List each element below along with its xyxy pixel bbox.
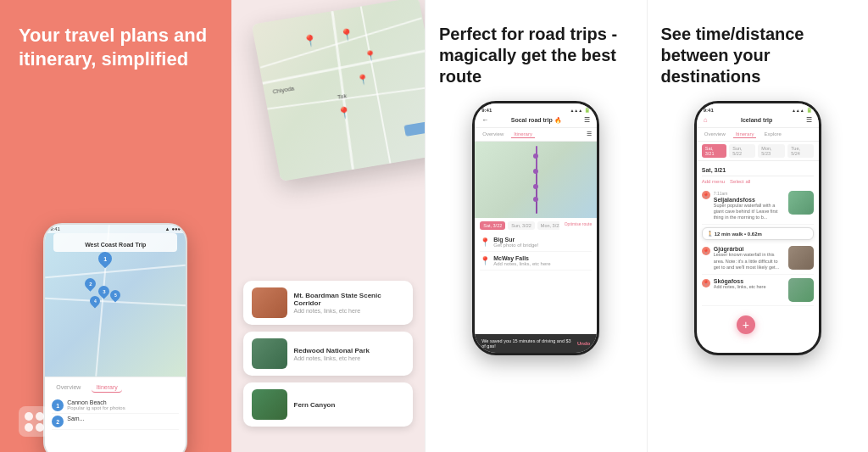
place-card-1[interactable]: Redwood National Park Add notes, links, … [243,332,414,376]
itinerary-pin-1: 📍 [702,247,710,255]
phone4-time: 9:41 [704,108,714,113]
place-card-2[interactable]: Fern Canyon [243,382,414,427]
itinerary-desc-1: Lesser known waterfall in this area. Not… [714,252,785,270]
route-item-bigsur[interactable]: 📍 Big Sur Get photo of bridge! [480,233,592,252]
phone-mockup-3: 9:41 ▲▲▲ 🔋 ← Socal road trip 🔥 ☰ Overvie… [472,101,599,355]
status-bar-4: 9:41 ▲▲▲ 🔋 [697,103,819,113]
phone4-tabs: Overview Itinerary Explore [697,128,819,142]
date-header-4[interactable]: Sat, 3/21 [702,144,727,158]
itinerary-name-1: Gjúgrárbúi [714,246,785,252]
itinerary-section: Sat, 3/21 Add menu Select all 📍 7:11am [697,161,819,329]
date-1[interactable]: Sun, 3/22 [508,221,535,230]
phone3-time: 9:41 [481,108,492,113]
panel-road-trips: Perfect for road trips - magically get t… [425,0,647,452]
phone-mockup-1: 1 2 3 4 [43,223,187,452]
undo-bar: We saved you 15 minutes of driving and $… [475,334,597,353]
panel4-headline: See time/distance between your destinati… [661,24,855,87]
tab3-itinerary[interactable]: Itinerary [511,131,535,138]
undo-button[interactable]: Undo [577,341,590,346]
place-thumb-1 [788,246,814,270]
walk-icon: 🚶 [707,231,713,237]
distance-badge: 🚶 12 min walk • 0.62m [702,227,814,240]
trip-name-1: West Coast Road Trip [85,242,146,248]
map-label-chiyoda: Chiyoda [272,86,295,95]
card-thumb-0 [252,287,287,318]
trip-name-3: Socal road trip 🔥 [511,117,562,124]
card-title-2: Fern Canyon [294,401,405,409]
card-thumb-1 [252,338,287,369]
place-thumb-0 [788,191,814,215]
itinerary-item-0[interactable]: 📍 7:11am Seljalandsfoss Super popular wa… [702,187,814,225]
tab3-overview[interactable]: Overview [480,131,506,138]
route-name-2: McWay Falls [493,255,592,261]
itinerary-pin-2: 📍 [702,279,710,287]
date-active[interactable]: Sat, 3/22 [480,221,505,230]
card-sub-1: Add notes, links, etc here [294,355,405,361]
phone-mockup-4: 9:41 ▲▲▲ 🔋 ⌂ Iceland trip ☰ Overview Iti… [694,101,821,355]
tab4-overview[interactable]: Overview [702,131,728,138]
itinerary-name-2: Skógafoss [714,278,785,284]
place-card-0[interactable]: Mt. Boardman State Scenic Corridor Add n… [243,281,414,325]
route-item-mcway[interactable]: 📍 McWay Falls Add notes, links, etc here [480,252,592,271]
itinerary-pin-0: 📍 [702,191,710,199]
tab4-itinerary[interactable]: Itinerary [733,131,757,138]
route-name-1: Big Sur [493,237,592,243]
undo-text: We saved you 15 minutes of driving and $… [481,338,572,349]
itinerary-desc-0: Super popular waterfall with a giant cav… [714,203,785,220]
panel1-headline: Your travel plans and itinerary, simplif… [19,24,213,70]
phone-time: 9:41 [50,226,60,232]
add-place-button[interactable]: + [737,315,755,334]
itinerary-name-0: Seljalandsfoss [714,197,785,203]
panel3-headline: Perfect for road trips - magically get t… [439,24,633,87]
map-tilt: Chiyoda Tok 📍 📍 📍 📍 📍 [251,0,425,181]
status-bar-3: 9:41 ▲▲▲ 🔋 [475,103,597,113]
place-dot-2: 2 [52,416,64,427]
place-sub-1: Popular ig spot for photos [67,405,125,410]
tab-overview-1[interactable]: Overview [52,382,85,393]
phone3-map [475,142,597,218]
phone4-header: ⌂ Iceland trip ☰ [697,113,819,128]
phone3-header: ← Socal road trip 🔥 ☰ [475,113,597,128]
section-header: Sat, 3/21 [702,165,814,176]
date-2[interactable]: Mon, 3/23 [537,221,559,230]
tab4-explore[interactable]: Explore [761,131,783,138]
app-logo [19,406,49,437]
app-logo-row [19,406,49,437]
trip-name-4: Iceland trip [741,117,772,123]
route-pin-2: 📍 [480,256,490,265]
itinerary-time-0: 7:11am [714,191,785,196]
card-title-0: Mt. Boardman State Scenic Corridor [294,292,405,307]
itinerary-item-2[interactable]: 📍 Skógafoss Add notes, links, etc here [702,275,814,306]
phone3-tabs: Overview Itinerary ☰ [475,128,597,142]
phone3-content: Sat, 3/22 Sun, 3/22 Mon, 3/23 Optimise r… [475,218,597,334]
panel-travel-plans: Your travel plans and itinerary, simplif… [0,0,231,452]
place-dot-1: 1 [52,399,64,411]
panel-time-distance: See time/distance between your destinati… [647,0,869,452]
card-title-1: Redwood National Park [294,347,405,354]
place-name-1: Cannon Beach [67,399,125,405]
place-name-2: Sam... [67,416,84,421]
panel-map: Chiyoda Tok 📍 📍 📍 📍 📍 Mt. Boardman State… [231,0,426,452]
card-thumb-2 [252,389,287,420]
optimize-btn[interactable]: Optimise route [565,221,593,230]
route-note-1: Get photo of bridge! [493,243,592,248]
card-stack: Mt. Boardman State Scenic Corridor Add n… [231,281,426,427]
tab-itinerary-1[interactable]: Itinerary [92,382,121,393]
itinerary-item-1[interactable]: 📍 Gjúgrárbúi Lesser known waterfall in t… [702,243,814,274]
card-sub-0: Add notes, links, etc here [294,308,405,314]
itinerary-desc-2: Add notes, links, etc here [714,284,785,290]
place-thumb-2 [788,278,814,302]
route-note-2: Add notes, links, etc here [493,261,592,266]
route-pin-1: 📍 [480,237,490,247]
